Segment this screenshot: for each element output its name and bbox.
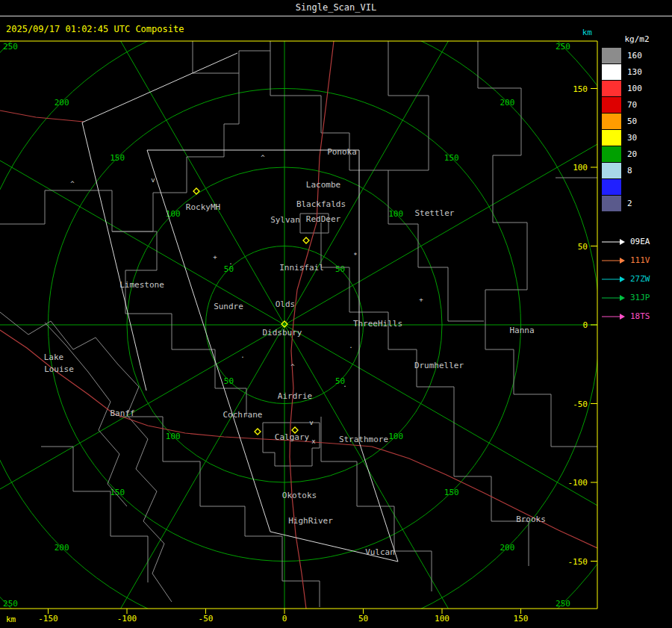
city-label: RockyMH (186, 202, 220, 212)
city-label: Vulcan (365, 547, 395, 557)
y-tick-label: 150 (573, 84, 588, 94)
legend-color-swatch (602, 48, 621, 63)
legend-color-swatch (602, 163, 621, 178)
radar-app-window: km km 5050505010010010010015015015015020… (0, 0, 672, 628)
legend-scale-row: 160 (602, 47, 672, 63)
range-ring-label: 250 (556, 599, 570, 609)
legend-site-id: 27ZW (630, 274, 650, 284)
legend-site-id: 111V (630, 255, 650, 265)
county-boundary (193, 41, 270, 73)
legend-scale-value: 70 (627, 100, 637, 110)
town-marker: ^ (290, 363, 295, 370)
range-ring-label: 200 (500, 98, 514, 108)
window-title: Single_Scan_VIL (0, 0, 672, 16)
x-tick-label: 0 (282, 614, 287, 624)
x-tick-label: 50 (358, 614, 368, 624)
radar-site-marker (255, 429, 261, 435)
legend-site-row: 09EA (602, 232, 672, 251)
city-label: Innisfail (279, 263, 324, 273)
legend-site-id: 18TS (630, 311, 650, 321)
county-boundary (41, 447, 148, 582)
county-boundary (388, 41, 429, 170)
site-arrow-icon (602, 256, 626, 265)
city-label: Sylvan (270, 215, 300, 225)
city-label: Lacombe (306, 180, 340, 190)
legend-site-id: 09EA (630, 237, 650, 246)
county-boundary (0, 312, 172, 602)
town-marker: x (311, 438, 316, 445)
x-tick-label: 150 (514, 614, 529, 624)
range-ring-label: 150 (444, 153, 459, 163)
range-ring-label: 50 (224, 376, 234, 386)
legend-site-row: 18TS (602, 307, 672, 326)
legend-scale-value: 160 (627, 51, 642, 60)
legend-panel: kg/m2 1601301007050302082 09EA111V27ZW31… (602, 34, 672, 326)
city-label: Ponoka (327, 147, 357, 157)
legend-scale-row: 100 (602, 80, 672, 96)
legend-scale-row (602, 178, 672, 195)
y-tick-label: -50 (573, 400, 588, 409)
city-label: Cochrane (223, 410, 263, 420)
range-ring-label: 250 (3, 42, 18, 52)
county-boundary (0, 190, 172, 349)
town-marker: . (228, 258, 232, 266)
x-tick-label: -50 (199, 614, 214, 624)
legend-scale-value: 2 (627, 199, 632, 208)
county-boundary (388, 170, 484, 321)
legend-color-swatch (602, 179, 621, 195)
legend-color-swatch (602, 97, 621, 113)
range-ring-label: 250 (556, 42, 570, 52)
legend-scale-value: 50 (627, 116, 637, 126)
county-boundary (119, 417, 245, 536)
legend-color-swatch (602, 64, 621, 80)
y-tick-label: 100 (573, 163, 588, 172)
range-ring-label: 100 (388, 432, 403, 441)
city-label: Drumheller (414, 361, 464, 370)
site-arrow-icon (602, 275, 626, 284)
legend-scale-value: 100 (627, 84, 642, 93)
city-label: Limestone (119, 280, 164, 290)
radar-coverage-outline (147, 150, 398, 562)
city-label: Stettler (415, 208, 455, 218)
site-arrow-icon (602, 312, 626, 321)
city-label: Olds (276, 299, 296, 309)
legend-units-label: kg/m2 (602, 34, 672, 44)
town-marker: + (419, 296, 423, 303)
legend-color-scale: 1601301007050302082 (602, 47, 672, 211)
town-marker: + (213, 253, 217, 261)
town-marker: . (343, 381, 346, 388)
legend-scale-row: 30 (602, 129, 672, 146)
y-axis-unit-label: km (582, 28, 593, 37)
legend-site-row: 31JP (602, 288, 672, 307)
legend-site-id: 31JP (630, 293, 650, 302)
range-ring-label: 150 (110, 153, 125, 163)
scan-timestamp: 2025/09/17 01:02:45 UTC Composite (6, 24, 184, 34)
radar-map[interactable]: km km 5050505010010010010015015015015020… (0, 0, 672, 628)
legend-scale-row: 130 (602, 63, 672, 80)
legend-scale-value: 8 (627, 166, 632, 175)
town-marker: v (151, 176, 155, 184)
city-label: Hanna (509, 326, 534, 335)
city-label: Calgary (275, 432, 310, 442)
azimuth-spoke (284, 0, 527, 325)
city-label: ThreeHills (353, 319, 402, 329)
legend-scale-value: 30 (627, 133, 637, 143)
city-label: Airdrie (278, 391, 312, 401)
legend-scale-row: 50 (602, 113, 672, 129)
legend-scale-row: 2 (602, 195, 672, 211)
y-tick-label: -150 (568, 557, 588, 567)
azimuth-spoke (284, 325, 672, 568)
y-tick-label: -100 (568, 478, 588, 488)
x-tick-label: -150 (38, 614, 58, 624)
city-label: Blackfalds (296, 199, 346, 209)
highway (0, 111, 84, 122)
legend-scale-row: 20 (602, 146, 672, 162)
range-ring-label: 200 (500, 543, 514, 553)
y-tick-label: 50 (578, 242, 588, 252)
legend-color-swatch (602, 196, 621, 211)
city-label: Sundre (214, 302, 243, 311)
x-tick-label: 100 (435, 614, 449, 624)
x-tick-label: -100 (117, 614, 137, 624)
town-marker: . (240, 352, 244, 359)
legend-site-row: 27ZW (602, 270, 672, 288)
